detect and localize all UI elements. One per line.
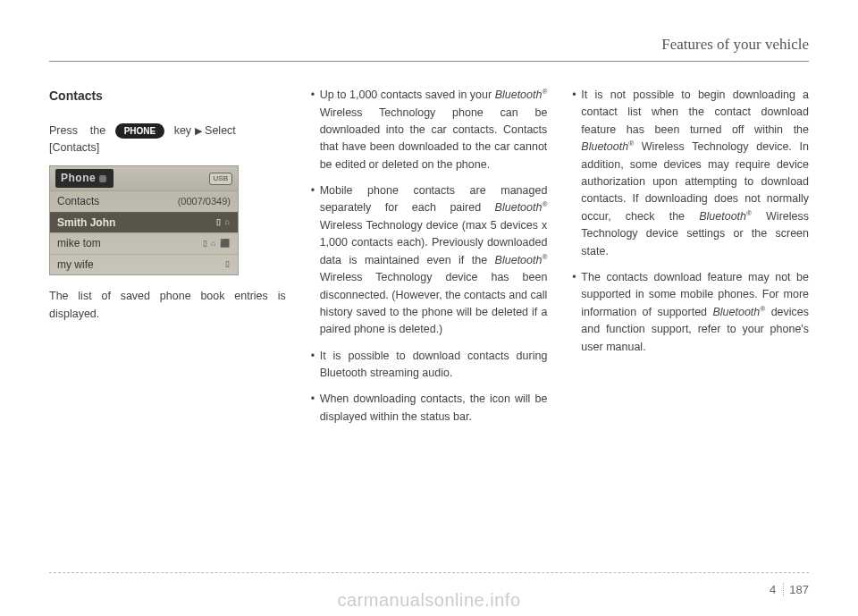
bluetooth-icon <box>99 175 106 182</box>
col2-bullet-1: Up to 1,000 contacts saved in your Bluet… <box>311 87 548 173</box>
row1-icons: ▯ ⌂ <box>216 216 231 229</box>
phone-key-badge: PHONE <box>115 123 165 139</box>
col3-bullet-2: The contacts download feature may not be… <box>572 269 809 356</box>
text-key: key <box>174 124 191 137</box>
press-instruction: Press the PHONE key ▶ Select [Contacts] <box>49 122 286 157</box>
text-press: Press <box>49 124 78 137</box>
c3b1b: Bluetooth <box>581 140 628 153</box>
row2-icons: ▯ ⌂ ⬛ <box>203 238 231 250</box>
footer-divider <box>49 572 809 573</box>
triangle-right-icon: ▶ <box>195 125 202 136</box>
contacts-count: (0007/0349) <box>178 194 231 209</box>
screenshot-phone-label: Phone <box>55 169 114 188</box>
c2b2e: Wireless Technology device has been disc… <box>320 271 548 335</box>
c2b1a: Up to 1,000 contacts saved in your <box>320 89 495 101</box>
contact-name-1: Smith John <box>57 215 115 232</box>
column-1: Contacts Press the PHONE key ▶ Select [C… <box>49 87 286 435</box>
column-3: It is not possible to begin downloading … <box>572 87 809 435</box>
reg1: ® <box>542 88 547 96</box>
col3-list: It is not possible to begin downloading … <box>572 87 809 356</box>
usb-badge: USB <box>209 173 232 185</box>
radio-screenshot: Phone USB Contacts (0007/0349) Smith Joh… <box>49 165 239 275</box>
content-columns: Contacts Press the PHONE key ▶ Select [C… <box>49 87 809 435</box>
screenshot-caption: The list of saved phone book entries is … <box>49 288 286 323</box>
header-title: Features of your vehicle <box>661 36 809 53</box>
col2-bullet-2: Mobile phone contacts are managed separa… <box>311 182 548 339</box>
text-the: the <box>90 124 105 137</box>
text-contacts-bracket: [Contacts] <box>49 141 99 154</box>
c2b2b: Bluetooth <box>495 202 543 215</box>
contacts-label: Contacts <box>57 193 99 210</box>
c3b1d: Bluetooth <box>699 210 746 223</box>
screenshot-row-1: Smith John ▯ ⌂ <box>50 212 238 233</box>
screenshot-statusbar: Phone USB <box>50 166 238 190</box>
c3b1a: It is not possible to begin downloading … <box>581 89 809 136</box>
text-select: Select <box>205 124 236 137</box>
col2-bullet-4: When downloading contacts, the icon will… <box>311 391 548 426</box>
row3-icons: ▯ <box>225 258 231 271</box>
col2-bullet-3: It is possible to download contacts duri… <box>311 348 548 383</box>
reg2: ® <box>542 200 547 208</box>
watermark: carmanualsonline.info <box>0 590 858 611</box>
contact-name-2: mike tom <box>57 235 101 252</box>
col2-list: Up to 1,000 contacts saved in your Bluet… <box>311 87 548 426</box>
reg3: ® <box>542 253 547 261</box>
screenshot-row-3: my wife ▯ <box>50 254 238 275</box>
section-title-contacts: Contacts <box>49 87 286 106</box>
c2b2d: Bluetooth <box>495 254 543 266</box>
c3b2b: Bluetooth <box>712 306 760 318</box>
page-header: Features of your vehicle <box>49 36 809 62</box>
screenshot-row-2: mike tom ▯ ⌂ ⬛ <box>50 232 238 254</box>
screenshot-contacts-header: Contacts (0007/0349) <box>50 190 238 212</box>
col3-bullet-1: It is not possible to begin downloading … <box>572 87 809 260</box>
contact-name-3: my wife <box>57 257 94 274</box>
phone-label-text: Phone <box>61 170 96 187</box>
c2b1b: Bluetooth <box>495 89 543 101</box>
c2b1c: Wireless Technology phone can be downloa… <box>320 106 548 171</box>
column-2: Up to 1,000 contacts saved in your Bluet… <box>311 87 548 435</box>
